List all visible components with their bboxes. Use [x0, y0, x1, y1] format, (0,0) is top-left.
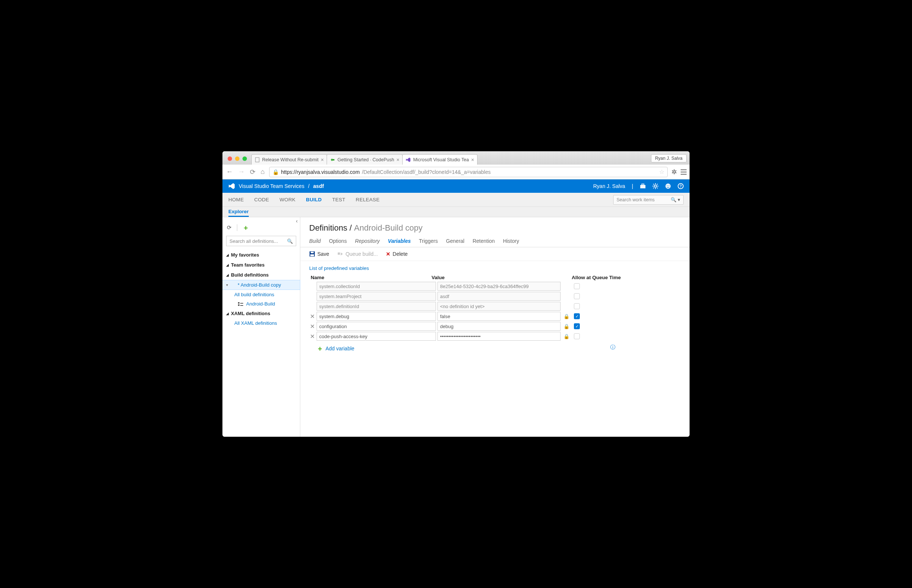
- tab-title: Microsoft Visual Studio Tea: [413, 157, 469, 162]
- search-placeholder: Search all definitions...: [229, 238, 278, 244]
- refresh-icon[interactable]: ⟳: [227, 224, 232, 231]
- nav-build[interactable]: BUILD: [306, 197, 322, 202]
- home-button[interactable]: ⌂: [260, 168, 265, 176]
- tab-repository[interactable]: Repository: [355, 238, 379, 247]
- predefined-variables-link[interactable]: List of predefined variables: [309, 265, 369, 271]
- var-name-input[interactable]: [316, 312, 436, 321]
- user-name[interactable]: Ryan J. Salva: [593, 183, 625, 189]
- lock-icon[interactable]: 🔒: [563, 334, 570, 339]
- delete-row-icon[interactable]: ✕: [309, 323, 315, 330]
- sidebar-item-all-xaml[interactable]: All XAML definitions: [223, 318, 300, 328]
- settings-icon[interactable]: ✲: [671, 168, 677, 176]
- var-value-input[interactable]: [437, 332, 560, 341]
- project-name[interactable]: asdf: [313, 183, 324, 189]
- section-build-definitions[interactable]: ◢Build definitions: [223, 270, 300, 280]
- var-value-input[interactable]: [437, 312, 560, 321]
- search-icon: 🔍: [287, 238, 293, 244]
- svg-text:?: ?: [680, 184, 682, 188]
- queue-checkbox[interactable]: [574, 303, 580, 309]
- queue-checkbox[interactable]: ✓: [574, 313, 580, 319]
- sidebar-item-android-build-copy[interactable]: * Android-Build copy: [223, 280, 300, 290]
- tab-build[interactable]: Build: [309, 238, 321, 247]
- search-definitions-input[interactable]: Search all definitions... 🔍: [226, 236, 296, 246]
- queue-checkbox[interactable]: [574, 293, 580, 299]
- delete-row-icon[interactable]: ✕: [309, 333, 315, 340]
- queue-checkbox[interactable]: ✓: [574, 323, 580, 329]
- queue-build-button[interactable]: Queue build...: [337, 251, 378, 257]
- briefcase-icon[interactable]: [640, 184, 646, 189]
- col-name: Name: [309, 275, 431, 280]
- browser-tab-bar: Release Without Re-submit × Getting Star…: [223, 151, 689, 165]
- help-icon[interactable]: ?: [678, 183, 684, 189]
- nav-test[interactable]: TEST: [332, 197, 345, 202]
- product-name[interactable]: Visual Studio Team Services: [239, 183, 304, 189]
- svg-point-3: [654, 185, 657, 187]
- hub-explorer[interactable]: Explorer: [228, 209, 249, 217]
- browser-tab[interactable]: Release Without Re-submit ×: [251, 154, 327, 165]
- tab-history[interactable]: History: [503, 238, 520, 247]
- forward-button[interactable]: →: [237, 168, 245, 176]
- lock-icon[interactable]: 🔒: [563, 324, 570, 329]
- close-tab-icon[interactable]: ×: [321, 157, 324, 163]
- sidebar-item-android-build[interactable]: Android-Build: [223, 299, 300, 309]
- nav-home[interactable]: HOME: [228, 197, 244, 202]
- lock-icon[interactable]: 🔒: [563, 313, 570, 319]
- smile-icon[interactable]: [665, 183, 671, 189]
- close-tab-icon[interactable]: ×: [471, 157, 474, 163]
- svg-rect-1: [640, 185, 646, 188]
- section-team-favorites[interactable]: ◢Team favorites: [223, 260, 300, 270]
- queue-checkbox[interactable]: [574, 283, 580, 289]
- var-name-input[interactable]: [316, 322, 436, 331]
- add-definition-icon[interactable]: ＋: [242, 223, 249, 232]
- search-work-items-input[interactable]: Search work items 🔍 ▾: [613, 195, 684, 205]
- nav-code[interactable]: CODE: [254, 197, 269, 202]
- gear-icon[interactable]: [652, 183, 659, 189]
- svg-rect-23: [311, 252, 314, 253]
- queue-checkbox[interactable]: [574, 333, 580, 339]
- tab-triggers[interactable]: Triggers: [419, 238, 438, 247]
- tab-retention[interactable]: Retention: [473, 238, 495, 247]
- back-button[interactable]: ←: [225, 168, 234, 176]
- svg-line-11: [657, 184, 658, 185]
- bookmark-icon[interactable]: ☆: [659, 168, 664, 175]
- save-icon: [309, 251, 315, 257]
- section-my-favorites[interactable]: ◢My favorites: [223, 250, 300, 260]
- close-window-icon[interactable]: [228, 157, 232, 161]
- delete-button[interactable]: ✕ Delete: [386, 251, 407, 257]
- svg-rect-19: [240, 303, 243, 304]
- add-variable-row: ＋ Add variable ⓘ: [309, 342, 681, 353]
- maximize-window-icon[interactable]: [242, 157, 247, 161]
- delete-row-icon[interactable]: ✕: [309, 313, 315, 320]
- var-name-input[interactable]: [316, 332, 436, 341]
- save-button[interactable]: Save: [309, 251, 329, 257]
- main-content: Definitions / Android-Build copy Build O…: [300, 217, 689, 437]
- svg-point-12: [665, 184, 671, 189]
- reload-button[interactable]: ⟳: [249, 168, 256, 176]
- hub-nav: Explorer: [223, 207, 689, 217]
- table-header: Name Value Allow at Queue Time: [309, 273, 681, 282]
- menu-icon[interactable]: [681, 170, 687, 174]
- col-queue: Allow at Queue Time: [571, 275, 621, 280]
- add-variable-button[interactable]: ＋ Add variable: [316, 344, 354, 353]
- tab-options[interactable]: Options: [329, 238, 347, 247]
- url-field[interactable]: 🔒 https://ryanjsalva.visualstudio.com/De…: [269, 167, 668, 177]
- close-tab-icon[interactable]: ×: [396, 157, 399, 163]
- tab-general[interactable]: General: [446, 238, 465, 247]
- table-row: [309, 302, 681, 311]
- section-xaml-definitions[interactable]: ◢XAML definitions: [223, 309, 300, 318]
- browser-tab[interactable]: Getting Started · CodePush ×: [327, 154, 403, 165]
- tab-title: Getting Started · CodePush: [337, 157, 394, 162]
- info-icon[interactable]: ⓘ: [610, 344, 615, 351]
- var-name-input: [316, 282, 436, 291]
- nav-work[interactable]: WORK: [279, 197, 295, 202]
- collapse-sidebar-icon[interactable]: ‹: [296, 218, 298, 224]
- var-value-input[interactable]: [437, 322, 560, 331]
- tab-variables[interactable]: Variables: [388, 238, 411, 247]
- plus-icon: ＋: [316, 344, 323, 353]
- browser-profile-button[interactable]: Ryan J. Salva: [651, 154, 687, 162]
- nav-release[interactable]: RELEASE: [356, 197, 379, 202]
- minimize-window-icon[interactable]: [235, 157, 239, 161]
- sidebar-item-all-build[interactable]: All build definitions: [223, 290, 300, 299]
- divider: [237, 224, 237, 231]
- browser-tab[interactable]: Microsoft Visual Studio Tea ×: [402, 154, 478, 165]
